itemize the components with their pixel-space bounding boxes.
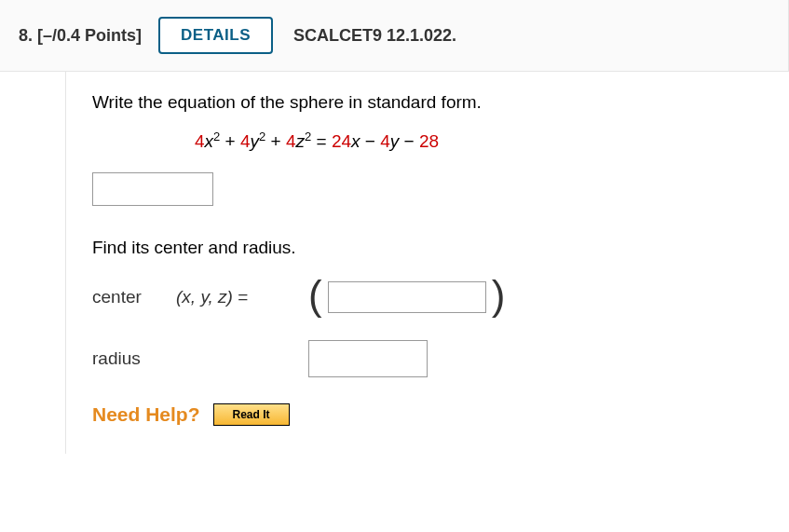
question-reference: SCALCET9 12.1.022.: [293, 26, 456, 46]
center-row: center (x, y, z) = ( ): [92, 277, 763, 318]
question-number: 8. [–/0.4 Points]: [19, 26, 142, 46]
paren-left-icon: (: [308, 275, 322, 316]
question-header: 8. [–/0.4 Points] DETAILS SCALCET9 12.1.…: [0, 0, 789, 72]
paren-right-icon: ): [492, 275, 506, 316]
read-it-button[interactable]: Read It: [213, 403, 290, 426]
help-row: Need Help? Read It: [92, 403, 763, 426]
radius-input[interactable]: [308, 340, 428, 377]
details-button[interactable]: DETAILS: [158, 17, 273, 54]
prompt2-text: Find its center and radius.: [92, 238, 763, 258]
center-label: center: [92, 287, 176, 307]
equation-display: 4x2 + 4y2 + 4z2 = 24x − 4y − 28: [92, 130, 763, 152]
need-help-label: Need Help?: [92, 403, 200, 426]
question-content: Write the equation of the sphere in stan…: [65, 72, 789, 454]
standard-form-input[interactable]: [92, 172, 213, 206]
center-input[interactable]: [328, 281, 486, 313]
radius-row: radius: [92, 340, 763, 377]
prompt-text: Write the equation of the sphere in stan…: [92, 92, 763, 113]
center-xyz: (x, y, z) =: [176, 287, 297, 307]
radius-label: radius: [92, 348, 176, 369]
